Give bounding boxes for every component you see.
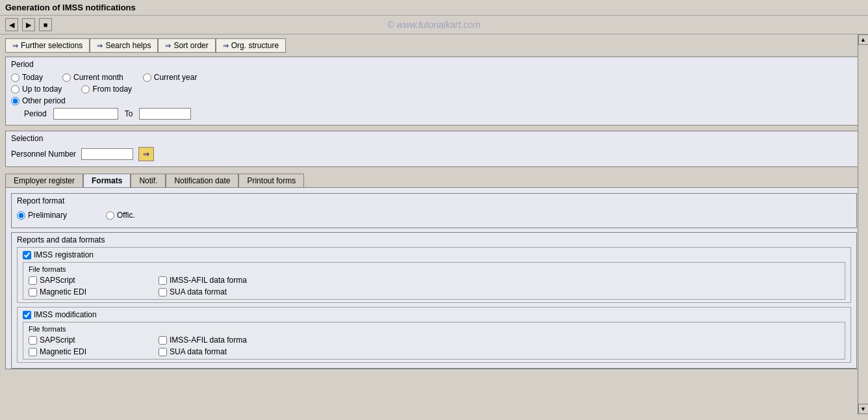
- imss-reg-formats-grid: SAPScript IMSS-AFIL data forma Magnetic …: [29, 276, 839, 296]
- radio-today[interactable]: Today: [11, 73, 43, 82]
- radio-current-month[interactable]: Current month: [62, 73, 123, 82]
- imss-registration-section: IMSS registration File formats SAPScript…: [17, 247, 851, 303]
- period-from-label: Period: [24, 109, 47, 118]
- search-helps-arrow-icon: ⇒: [97, 42, 103, 50]
- personnel-number-select-btn[interactable]: ⇒: [138, 147, 154, 161]
- imss-registration-check-row: IMSS registration: [23, 250, 845, 259]
- check-sua-data-reg[interactable]: SUA data format: [159, 287, 301, 296]
- period-row-1: Today Current month Current year: [11, 73, 857, 82]
- forward-icon[interactable]: ▶: [22, 18, 35, 31]
- tab-printout-forms[interactable]: Printout forms: [238, 174, 304, 187]
- check-sapscript-reg[interactable]: SAPScript: [29, 276, 146, 285]
- check-sua-data-mod[interactable]: SUA data format: [159, 347, 301, 356]
- tab-search-helps[interactable]: ⇒ Search helps: [90, 38, 158, 53]
- radio-current-year[interactable]: Current year: [143, 73, 198, 82]
- watermark: © www.tutorialkart.com: [387, 20, 480, 30]
- check-imss-afil-reg[interactable]: IMSS-AFIL data forma: [159, 276, 301, 285]
- selection-row: Personnel Number ⇒: [11, 147, 857, 161]
- formats-panel: Report format Preliminary Offic. Reports…: [5, 187, 863, 369]
- tab-notif[interactable]: Notif.: [131, 174, 166, 187]
- main-content: ⇒ Further selections ⇒ Search helps ⇒ So…: [0, 34, 868, 414]
- period-section: Period Today Current month Current year …: [5, 57, 863, 125]
- imss-mod-formats-grid: SAPScript IMSS-AFIL data forma Magnetic …: [29, 335, 839, 356]
- check-sapscript-mod[interactable]: SAPScript: [29, 335, 146, 345]
- save-icon[interactable]: ■: [39, 18, 52, 31]
- radio-preliminary[interactable]: Preliminary: [17, 211, 67, 220]
- check-imss-afil-mod[interactable]: IMSS-AFIL data forma: [159, 335, 301, 345]
- imss-modification-check-row: IMSS modification: [23, 310, 845, 319]
- radio-offic[interactable]: Offic.: [106, 211, 135, 220]
- top-tab-bar: ⇒ Further selections ⇒ Search helps ⇒ So…: [5, 38, 863, 53]
- selection-section-title: Selection: [11, 134, 857, 143]
- selection-section: Selection Personnel Number ⇒: [5, 131, 863, 167]
- bottom-tab-bar: Employer register Formats Notif. Notific…: [5, 174, 863, 187]
- app-title: Generation of IMSS notifications: [5, 3, 136, 12]
- scroll-down-btn[interactable]: ▼: [858, 404, 869, 414]
- check-magnetic-edi-mod[interactable]: Magnetic EDI: [29, 347, 146, 356]
- period-to-label: To: [125, 109, 133, 118]
- period-input-row: Period To: [11, 108, 857, 120]
- report-format-title: Report format: [17, 196, 851, 205]
- imss-registration-checkbox[interactable]: [23, 251, 31, 259]
- reports-data-formats-section: Reports and data formats IMSS registrati…: [11, 232, 857, 369]
- imss-mod-file-formats-title: File formats: [29, 325, 839, 333]
- tab-sort-order[interactable]: ⇒ Sort order: [158, 38, 215, 53]
- tab-notification-date[interactable]: Notification date: [166, 174, 238, 187]
- reports-data-formats-title: Reports and data formats: [17, 235, 851, 244]
- radio-other-period[interactable]: Other period: [11, 96, 66, 105]
- tab-further-selections[interactable]: ⇒ Further selections: [5, 38, 90, 53]
- period-to-input[interactable]: [139, 108, 191, 120]
- radio-up-to-today[interactable]: Up to today: [11, 85, 62, 94]
- right-scrollbar: ▲ ▼: [858, 34, 868, 414]
- back-icon[interactable]: ◀: [5, 18, 18, 31]
- org-structure-arrow-icon: ⇒: [223, 42, 229, 50]
- toolbar: ◀ ▶ ■ © www.tutorialkart.com: [0, 16, 868, 34]
- imss-modification-section: IMSS modification File formats SAPScript…: [17, 307, 851, 363]
- check-magnetic-edi-reg[interactable]: Magnetic EDI: [29, 287, 146, 296]
- period-section-title: Period: [11, 60, 857, 69]
- tab-org-structure[interactable]: ⇒ Org. structure: [216, 38, 286, 53]
- sort-order-arrow-icon: ⇒: [165, 42, 171, 50]
- title-bar: Generation of IMSS notifications: [0, 0, 868, 16]
- imss-reg-file-formats-title: File formats: [29, 265, 839, 273]
- report-format-section: Report format Preliminary Offic.: [11, 193, 857, 228]
- personnel-number-label: Personnel Number: [11, 150, 76, 159]
- report-format-row: Preliminary Offic.: [17, 208, 851, 222]
- period-row-2: Up to today From today: [11, 85, 857, 94]
- scroll-up-btn[interactable]: ▲: [858, 34, 869, 45]
- personnel-number-input[interactable]: [81, 148, 133, 160]
- further-selections-arrow-icon: ⇒: [12, 42, 18, 50]
- period-row-3: Other period: [11, 96, 857, 105]
- tab-formats[interactable]: Formats: [83, 174, 131, 187]
- imss-modification-checkbox[interactable]: [23, 311, 31, 319]
- tab-employer-register[interactable]: Employer register: [5, 174, 83, 187]
- radio-from-today[interactable]: From today: [81, 85, 132, 94]
- period-from-input[interactable]: [53, 108, 118, 120]
